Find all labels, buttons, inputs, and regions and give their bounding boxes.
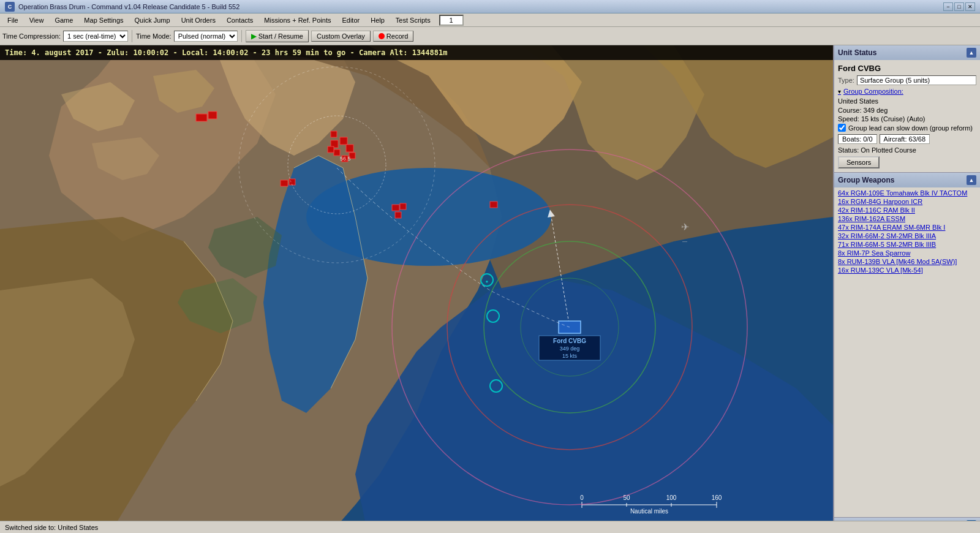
unit-status-content: Ford CVBG Type: Surface Group (5 units) …: [834, 60, 980, 172]
map-time-bar: Time: 4. august 2017 - Zulu: 10:00:02 - …: [0, 45, 833, 60]
menu-help[interactable]: Help: [366, 15, 390, 25]
svg-point-19: [484, 241, 655, 413]
svg-rect-7: [342, 156, 348, 162]
svg-text:0: 0: [580, 494, 584, 501]
group-weapons-header: Group Weapons ▲: [834, 173, 980, 187]
svg-text:✈: ✈: [681, 222, 689, 232]
svg-text:15 kts: 15 kts: [562, 353, 578, 359]
svg-rect-13: [289, 179, 295, 185]
svg-point-31: [490, 380, 502, 392]
unit-status-header: Unit Status ▲: [834, 45, 980, 60]
weapon-item-4[interactable]: 47x RIM-174A ERAM SM-6MR Blk I: [834, 223, 980, 232]
menu-bar: File View Game Map Settings Quick Jump U…: [0, 13, 980, 27]
menu-quick-jump[interactable]: Quick Jump: [130, 15, 175, 25]
type-label: Type:: [838, 77, 854, 84]
title-bar: C Operation Brass Drum - Command v1.04 R…: [0, 0, 980, 13]
window-title: Operation Brass Drum - Command v1.04 Rel…: [18, 3, 239, 10]
svg-rect-8: [328, 146, 334, 153]
group-composition-link[interactable]: ▾ Group Composition:: [838, 88, 976, 95]
unit-group-north: [196, 112, 355, 162]
svg-point-20: [521, 278, 619, 376]
svg-text:Nautical miles: Nautical miles: [630, 508, 668, 515]
right-panel: Unit Status ▲ Ford CVBG Type: Surface Gr…: [833, 45, 980, 533]
time-compression-label: Time Compression:: [2, 32, 61, 40]
type-value: Surface Group (5 units): [857, 75, 976, 85]
ford-cvbg-unit: Ford CVBG 349 deg 15 kts: [447, 205, 692, 450]
time-compression-select[interactable]: 1 sec (real-time) 5 sec 15 sec 30 sec: [63, 31, 128, 42]
svg-text:56.5: 56.5: [340, 156, 351, 162]
svg-rect-12: [281, 180, 288, 186]
sensors-button[interactable]: Sensors: [838, 156, 880, 168]
close-button[interactable]: ✕: [965, 2, 975, 11]
svg-point-47: [392, 149, 747, 505]
svg-rect-2: [331, 140, 338, 148]
map-svg: Ford CVBG 349 deg 15 kts ● ✈ — 56.5: [0, 45, 833, 533]
weapon-item-6[interactable]: 71x RIM-66M-5 SM-2MR Blk IIIB: [834, 240, 980, 249]
record-dot-icon: [379, 33, 385, 39]
chevron-down-icon: ▾: [838, 88, 841, 95]
minimize-button[interactable]: −: [943, 2, 953, 11]
app-icon: C: [5, 2, 15, 12]
svg-rect-24: [539, 336, 600, 360]
weapon-item-7[interactable]: 8x RIM-7P Sea Sparrow: [834, 249, 980, 257]
svg-rect-16: [395, 212, 401, 218]
svg-point-18: [447, 205, 692, 450]
record-button[interactable]: Record: [373, 31, 413, 42]
menu-missions[interactable]: Missions + Ref. Points: [259, 15, 336, 25]
maximize-button[interactable]: □: [954, 2, 964, 11]
svg-point-30: [487, 310, 499, 322]
menu-unit-orders[interactable]: Unit Orders: [176, 15, 221, 25]
menu-view[interactable]: View: [24, 15, 49, 25]
weapons-list: 64x RGM-109E Tomahawk Blk IV TACTOM 16x …: [834, 187, 980, 517]
main-area: Time: 4. august 2017 - Zulu: 10:00:02 - …: [0, 45, 980, 533]
bottom-bar: Switched side to: United States: [0, 521, 980, 533]
menu-game[interactable]: Game: [50, 15, 78, 25]
map-area[interactable]: Time: 4. august 2017 - Zulu: 10:00:02 - …: [0, 45, 833, 533]
menu-contacts[interactable]: Contacts: [222, 15, 258, 25]
svg-marker-22: [546, 209, 555, 217]
svg-point-36: [239, 67, 435, 263]
weapon-item-2[interactable]: 42x RIM-116C RAM Blk II: [834, 206, 980, 214]
menu-test-scripts[interactable]: Test Scripts: [391, 15, 435, 25]
svg-text:349 deg: 349 deg: [560, 346, 580, 352]
menu-file[interactable]: File: [2, 15, 23, 25]
menu-editor[interactable]: Editor: [337, 15, 364, 25]
time-mode-select[interactable]: Pulsed (normal) Continuous: [174, 31, 238, 42]
svg-text:50: 50: [623, 494, 630, 501]
weapon-item-0[interactable]: 64x RGM-109E Tomahawk Blk IV TACTOM: [834, 189, 980, 197]
status-line: Status: On Plotted Course: [838, 146, 976, 154]
toolbar: Time Compression: 1 sec (real-time) 5 se…: [0, 27, 980, 45]
country-label: United States: [838, 97, 976, 105]
unit-status-section: Unit Status ▲ Ford CVBG Type: Surface Gr…: [834, 45, 980, 173]
svg-text:Ford CVBG: Ford CVBG: [553, 338, 586, 344]
weapon-item-9[interactable]: 16x RUM-139C VLA [Mk-54]: [834, 266, 980, 274]
group-weapons-expand-icon[interactable]: ▲: [967, 175, 976, 185]
bottom-status-text: Switched side to: United States: [5, 524, 98, 531]
svg-rect-6: [334, 149, 340, 156]
unit-name: Ford CVBG: [838, 64, 976, 73]
course-label: Course: 349 deg: [838, 107, 976, 114]
boats-value: Boats: 0/0: [838, 134, 877, 144]
type-row: Type: Surface Group (5 units): [838, 75, 976, 85]
weapon-item-1[interactable]: 16x RGM-84G Harpoon ICR: [834, 197, 980, 206]
group-reform-checkbox[interactable]: [838, 124, 846, 132]
svg-rect-3: [340, 137, 347, 145]
custom-overlay-button[interactable]: Custom Overlay: [311, 31, 371, 42]
aircraft-value: Aircraft: 63/68: [880, 134, 930, 144]
separator-2: [241, 30, 242, 42]
weapon-item-3[interactable]: 136x RIM-162A ESSM: [834, 214, 980, 223]
start-resume-button[interactable]: ▶ Start / Resume: [246, 30, 309, 42]
weapon-item-8[interactable]: 8x RUM-139B VLA [Mk46 Mod 5A(SW)]: [834, 257, 980, 266]
svg-rect-10: [196, 114, 207, 121]
weapon-item-5[interactable]: 32x RIM-66M-2 SM-2MR Blk IIIA: [834, 232, 980, 240]
svg-point-34: [288, 116, 386, 214]
svg-rect-17: [490, 202, 497, 208]
svg-text:100: 100: [666, 494, 677, 501]
tab-input[interactable]: [439, 15, 464, 26]
svg-rect-14: [392, 205, 399, 211]
menu-map-settings[interactable]: Map Settings: [79, 15, 128, 25]
boats-aircraft-row: Boats: 0/0 Aircraft: 63/68: [838, 134, 976, 144]
unit-status-icon[interactable]: ▲: [967, 48, 976, 58]
svg-line-21: [551, 217, 570, 327]
unit-status-title: Unit Status: [838, 48, 876, 57]
